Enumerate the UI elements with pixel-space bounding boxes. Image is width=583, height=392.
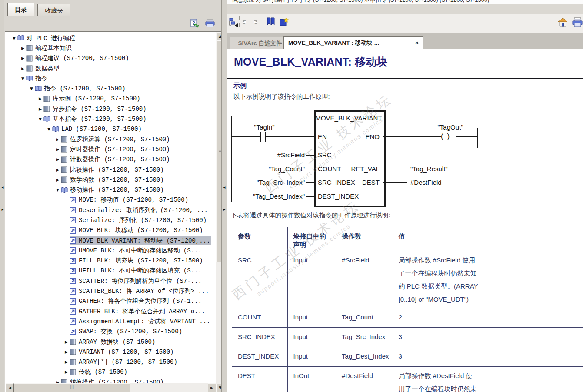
hide-contents-icon[interactable] [228, 17, 238, 30]
tree-item[interactable]: ▶比较操作 (S7-1200, S7-1500) [6, 165, 216, 175]
tree-item[interactable]: Deserialize: 取消序列化 (S7-1200, ... [6, 205, 216, 215]
tree-item[interactable]: Serialize: 序列化 (S7-1200, S7-1500) [6, 215, 216, 225]
tree-expander-icon[interactable]: ▶ [20, 56, 26, 60]
back-icon[interactable]: ◀ [243, 17, 246, 27]
scroll-right-icon[interactable]: ► [208, 383, 216, 392]
tree-item[interactable]: ▼移动操作 (S7-1200, S7-1500) [6, 185, 216, 195]
tree-expander-icon[interactable]: ▶ [54, 137, 61, 142]
tree-item[interactable]: MOVE_BLK: 块移动 (S7-1200, S7-1500) [6, 226, 216, 236]
document-toolbar: ◀ ▶ [227, 14, 583, 33]
tree-item[interactable]: MOVE_BLK_VARIANT: 移动块 (S7-1200,... [6, 236, 216, 246]
tree-item[interactable]: ▼LAD (S7-1200, S7-1500) [6, 124, 216, 134]
tree-item[interactable]: ▼指令 (S7-1200, S7-1500) [6, 83, 216, 93]
closed-book-icon [61, 166, 68, 173]
tree-item-label: UMOVE_BLK: 不可中断的存储区移动 (S... [79, 247, 202, 255]
table-row: COUNTInputTag_Count2 [232, 308, 583, 328]
tree-item[interactable]: ▶数学函数 (S7-1200, S7-1500) [6, 175, 216, 185]
block-title: MOVE_BLK_VARIANT [314, 114, 383, 122]
tree-expander-icon[interactable]: ▼ [11, 36, 17, 40]
tree-item[interactable]: ▶编程基本知识 [6, 43, 216, 53]
tree-item[interactable]: ▶ARRAY 数据块 (S7-1500) [6, 337, 216, 347]
tree-item[interactable]: FILL_BLK: 填充块 (S7-1200, S7-1500) [6, 256, 216, 266]
tree-expander-icon[interactable]: ▶ [63, 350, 70, 354]
tab-sivarc-readme[interactable]: SiVArc 自述文件 [230, 37, 290, 50]
tree-expander-icon[interactable]: ▶ [20, 66, 26, 71]
tree-item[interactable]: ▼基本指令 (S7-1200, S7-1500) [6, 114, 216, 124]
tree-expander-icon[interactable]: ▼ [46, 127, 52, 131]
scroll-left-icon[interactable]: ◄ [6, 383, 14, 392]
tree-item[interactable]: ▶数据类型 [6, 63, 216, 73]
tree-item[interactable]: ▼对 PLC 进行编程 [6, 33, 216, 43]
tree-item[interactable]: ▶VARIANT (S7-1200, S7-1500) [6, 347, 216, 357]
tree-item-label: 编程建议 (S7-1200, S7-1500) [35, 54, 129, 62]
tree-item[interactable]: ▶ARRAY[*] (S7-1200, S7-1500) [6, 357, 216, 367]
tree-expander-icon[interactable]: ▶ [54, 380, 61, 383]
locate-page-icon[interactable]: ? [190, 18, 199, 30]
splitter-expand-icon[interactable]: ► [223, 208, 226, 212]
tree-expander-icon[interactable]: ▶ [63, 340, 70, 344]
operand-tag-src-index: "Tag_Src_Index" [244, 179, 305, 186]
tree-item[interactable]: ▶定时器操作 (S7-1200, S7-1500) [6, 144, 216, 154]
tree-horizontal-scrollbar[interactable]: ◄ ||| ► [6, 383, 216, 392]
tree-expander-icon[interactable]: ▶ [54, 168, 61, 172]
tree-item[interactable]: SWAP: 交换 (S7-1200, S7-1500) [6, 327, 216, 337]
close-tab-icon[interactable]: × [415, 37, 419, 50]
home-icon[interactable] [558, 17, 568, 29]
tree-expander-icon[interactable]: ▶ [63, 370, 70, 374]
tree-item[interactable]: ▼指令 [6, 73, 216, 83]
tree-expander-icon[interactable]: ▼ [54, 188, 61, 192]
tree-item-label: 传统 (S7-1500) [79, 368, 127, 376]
tab-contents[interactable]: 目录 [7, 3, 34, 16]
table-header-cell: 参数 [232, 227, 288, 251]
table-cell: Input [287, 308, 336, 328]
tree-expander-icon[interactable]: ▶ [20, 46, 26, 50]
toolbar-spacer [227, 4, 583, 14]
tree-item[interactable]: ▶传统 (S7-1500) [6, 367, 216, 377]
tree-expander-icon[interactable]: ▼ [28, 86, 35, 91]
closed-book-icon [61, 176, 68, 183]
tree-item[interactable]: SCATTER_BLK: 将 ARRAY of <位序列> ... [6, 286, 216, 296]
print-icon[interactable] [205, 18, 215, 30]
tree-expander-icon[interactable]: ▼ [37, 117, 43, 121]
tree-expander-icon[interactable]: ▶ [37, 96, 43, 101]
tree-item-label: 库示例 (S7-1200, S7-1500) [53, 95, 140, 103]
tree-item[interactable]: ▶异步指令 (S7-1200, S7-1500) [6, 104, 216, 114]
contents-tab-bar: 目录 收藏夹 [7, 3, 72, 16]
tree-item[interactable]: MOVE: 移动值 (S7-1200, S7-1500) [6, 195, 216, 205]
bookmarks-icon[interactable] [267, 17, 276, 28]
tree-item[interactable]: ▶编程建议 (S7-1200, S7-1500) [6, 53, 216, 63]
tree-expander-icon[interactable]: ▶ [54, 178, 61, 182]
topic-page-icon [70, 268, 77, 274]
table-header-cell: 值 [393, 227, 583, 251]
tree-item[interactable]: GATHER_BLK: 将单个位合并到 ARRAY o... [6, 306, 216, 316]
open-book-icon [52, 126, 59, 133]
tree-item-label: AssignmentAttempt: 尝试将 VARIANT ... [79, 318, 210, 326]
splitter-collapse-icon[interactable]: ◄ [223, 186, 226, 189]
tab-move-blk-variant[interactable]: MOVE_BLK_VARIANT : 移动块 ... × [283, 36, 423, 50]
tree-expander-icon[interactable]: ▶ [63, 360, 70, 364]
forward-icon[interactable]: ▶ [254, 17, 257, 27]
tree-item[interactable]: GATHER: 将各个位组合为位序列 (S7-1... [6, 296, 216, 306]
tab-favorites[interactable]: 收藏夹 [37, 4, 70, 16]
tree-expander-icon[interactable]: ▶ [54, 157, 61, 162]
add-favorite-icon[interactable] [279, 17, 289, 29]
tree-item-label: FILL_BLK: 填充块 (S7-1200, S7-1500) [79, 257, 203, 265]
table-cell: InOut [287, 367, 336, 392]
tree-item[interactable]: ▶位逻辑运算 (S7-1200, S7-1500) [6, 134, 216, 144]
wire [231, 136, 260, 137]
tree-expander-icon[interactable]: ▶ [54, 147, 61, 152]
tree-item[interactable]: UFILL_BLK: 不可中断的存储区填充 (S... [6, 266, 216, 276]
print-icon[interactable] [572, 17, 583, 29]
horizontal-scroll-thumb[interactable]: ||| [14, 383, 130, 392]
document-tab-bar: SiVArc 自述文件 MOVE_BLK_VARIANT : 移动块 ... × [227, 33, 583, 50]
tree-item[interactable]: SCATTER: 将位序列解析为单个位 (S7-... [6, 276, 216, 286]
tree-expander-icon[interactable]: ▼ [20, 76, 26, 81]
operand-srcfield: #SrcField [253, 151, 305, 159]
tree-item[interactable]: ▶库示例 (S7-1200, S7-1500) [6, 94, 216, 104]
tree-item[interactable]: ▶转换操作 (S7-1200, S7-1500) [6, 377, 216, 383]
tree-item[interactable]: UMOVE_BLK: 不可中断的存储区移动 (S... [6, 246, 216, 256]
tree-item[interactable]: ▶计数器操作 (S7-1200, S7-1500) [6, 155, 216, 165]
tree-item[interactable]: AssignmentAttempt: 尝试将 VARIANT ... [6, 316, 216, 326]
table-cell: 2 [393, 308, 583, 328]
tree-expander-icon[interactable]: ▶ [37, 107, 43, 111]
